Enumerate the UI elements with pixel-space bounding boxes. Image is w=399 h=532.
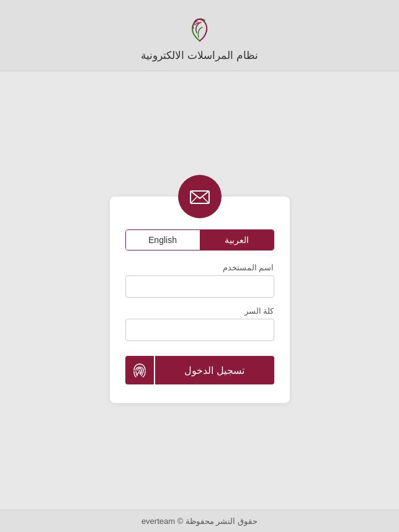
footer: حقوق النشر محفوظة © everteam bbox=[0, 510, 399, 532]
password-input[interactable] bbox=[125, 319, 274, 341]
username-group: اسم المستخدم bbox=[125, 263, 274, 298]
logo-icon bbox=[181, 11, 218, 45]
language-toggle: English العربية bbox=[125, 229, 274, 250]
app-title: نظام المراسلات الالكترونية bbox=[141, 49, 258, 62]
arabic-lang-button[interactable]: العربية bbox=[200, 230, 274, 250]
envelope-icon bbox=[188, 185, 212, 208]
avatar-icon bbox=[178, 175, 222, 218]
svg-line-1 bbox=[191, 197, 197, 203]
main-content: English العربية اسم المستخدم كلة السر bbox=[0, 71, 399, 510]
fingerprint-button[interactable] bbox=[125, 356, 154, 384]
header: نظام المراسلات الالكترونية bbox=[0, 0, 399, 71]
login-button[interactable]: تسجيل الدخول bbox=[155, 356, 274, 384]
fingerprint-icon bbox=[132, 362, 148, 378]
username-label: اسم المستخدم bbox=[223, 263, 274, 272]
svg-line-2 bbox=[203, 197, 209, 203]
login-button-row: تسجيل الدخول bbox=[125, 356, 274, 384]
login-card: English العربية اسم المستخدم كلة السر bbox=[110, 197, 290, 403]
password-label: كلة السر bbox=[244, 306, 274, 316]
english-lang-button[interactable]: English bbox=[126, 230, 200, 250]
footer-text: حقوق النشر محفوظة © everteam bbox=[141, 516, 258, 526]
username-input[interactable] bbox=[125, 275, 274, 298]
password-group: كلة السر bbox=[125, 306, 274, 341]
